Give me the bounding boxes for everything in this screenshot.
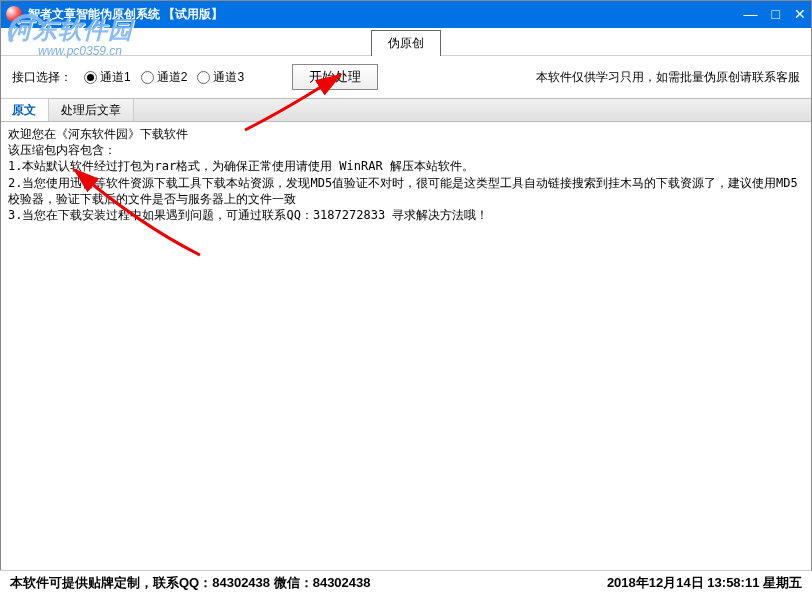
statusbar-datetime: 2018年12月14日 13:58:11 星期五 — [607, 574, 802, 592]
radio-label: 通道1 — [100, 69, 131, 86]
content-line: 3.当您在下载安装过程中如果遇到问题，可通过联系QQ：3187272833 寻求… — [8, 207, 804, 223]
radio-channel-2[interactable]: 通道2 — [141, 69, 188, 86]
radio-label: 通道3 — [213, 69, 244, 86]
window-title: 智者文章智能伪原创系统 【试用版】 — [28, 6, 744, 23]
radio-label: 通道2 — [157, 69, 188, 86]
text-content-area[interactable]: 欢迎您在《河东软件园》下载软件 该压缩包内容包含： 1.本站默认软件经过打包为r… — [0, 122, 812, 556]
toolbar-tab-pseudo-original[interactable]: 伪原创 — [371, 30, 441, 56]
interface-select-label: 接口选择： — [12, 69, 72, 86]
minimize-button[interactable]: — — [744, 7, 758, 21]
app-icon — [6, 6, 22, 22]
notice-text: 本软件仅供学习只用，如需批量伪原创请联系客服 — [536, 69, 800, 86]
radio-icon — [84, 71, 97, 84]
tab-original-text[interactable]: 原文 — [0, 98, 49, 121]
content-tabs: 原文 处理后文章 — [0, 98, 812, 122]
content-line: 2.当您使用迅雷等软件资源下载工具下载本站资源，发现MD5值验证不对时，很可能是… — [8, 175, 804, 207]
channel-radio-group: 通道1 通道2 通道3 — [84, 69, 244, 86]
close-button[interactable]: ✕ — [794, 7, 806, 21]
radio-channel-1[interactable]: 通道1 — [84, 69, 131, 86]
content-line: 1.本站默认软件经过打包为rar格式，为确保正常使用请使用 WinRAR 解压本… — [8, 158, 804, 174]
start-process-button[interactable]: 开始处理 — [292, 64, 378, 90]
radio-icon — [141, 71, 154, 84]
window-titlebar: 智者文章智能伪原创系统 【试用版】 — □ ✕ — [0, 0, 812, 28]
radio-icon — [197, 71, 210, 84]
radio-channel-3[interactable]: 通道3 — [197, 69, 244, 86]
status-bar: 本软件可提供贴牌定制，联系QQ：84302438 微信：84302438 201… — [0, 570, 812, 594]
statusbar-contact: 本软件可提供贴牌定制，联系QQ：84302438 微信：84302438 — [10, 574, 371, 592]
toolbar-tab-row: 伪原创 — [0, 28, 812, 56]
options-row: 接口选择： 通道1 通道2 通道3 开始处理 本软件仅供学习只用，如需批量伪原创… — [0, 56, 812, 98]
maximize-button[interactable]: □ — [772, 7, 780, 21]
content-line: 欢迎您在《河东软件园》下载软件 — [8, 126, 804, 142]
content-line: 该压缩包内容包含： — [8, 142, 804, 158]
tab-processed-text[interactable]: 处理后文章 — [49, 99, 134, 121]
